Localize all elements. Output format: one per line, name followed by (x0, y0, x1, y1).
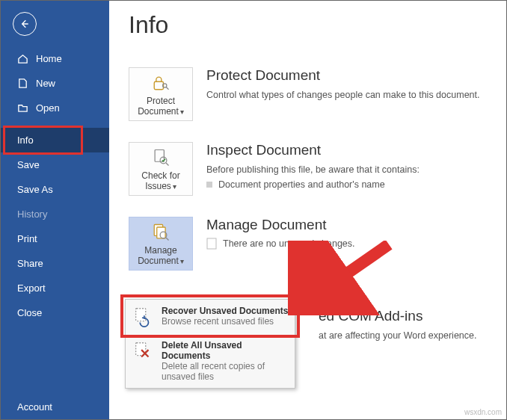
section-title: Protect Document (206, 67, 487, 84)
nav-label: Share (17, 258, 43, 269)
backstage-sidebar: Home New Open Info Save Save As History … (1, 1, 109, 419)
nav-label: Account (17, 401, 52, 413)
nav-export[interactable]: Export (1, 276, 109, 300)
nav-home[interactable]: Home (1, 46, 109, 71)
document-icon (206, 238, 217, 250)
section-manage: Manage Document Manage Document There ar… (129, 217, 487, 271)
manage-document-dropdown: Recover Unsaved Documents Browse recent … (125, 299, 295, 389)
lock-key-icon (150, 72, 171, 93)
section-title: Inspect Document (206, 142, 487, 158)
nav-label: Close (17, 307, 42, 318)
back-button[interactable] (13, 12, 37, 36)
nav-close[interactable]: Close (1, 300, 109, 325)
watermark: wsxdn.com (464, 408, 502, 416)
nav-new[interactable]: New (1, 71, 109, 96)
dropdown-item-sub: Delete all recent copies of unsaved file… (162, 361, 289, 382)
app-root: Home New Open Info Save Save As History … (1, 1, 506, 419)
check-for-issues-button[interactable]: Check for Issues (129, 142, 193, 196)
protect-document-button[interactable]: Protect Document (129, 67, 193, 121)
section-desc: Control what types of changes people can… (206, 88, 487, 102)
manage-document-button[interactable]: Manage Document (129, 217, 193, 271)
nav-label: Save (17, 159, 40, 170)
nav-save[interactable]: Save (1, 152, 109, 177)
nav-label: History (17, 209, 47, 220)
section-desc: at are affecting your Word experience. (319, 329, 487, 342)
page-title: Info (129, 11, 487, 39)
nav-label: Home (36, 53, 62, 64)
nav-print[interactable]: Print (1, 226, 109, 251)
open-icon (17, 102, 28, 114)
nav-label: Open (36, 102, 60, 114)
delete-all-unsaved-documents-item[interactable]: Delete All Unsaved Documents Delete all … (126, 334, 295, 388)
inspect-document-icon (150, 147, 171, 168)
section-title: Manage Document (206, 217, 487, 233)
home-icon (17, 53, 28, 64)
nav-label: Print (17, 233, 37, 244)
section-title: ed COM Add-ins (319, 308, 487, 324)
svg-rect-7 (207, 238, 216, 249)
dropdown-item-sub: Browse recent unsaved files (162, 316, 288, 327)
dropdown-item-title: Delete All Unsaved Documents (162, 340, 289, 361)
manage-document-icon (150, 222, 171, 243)
nav-label: Info (17, 135, 34, 146)
nav-info[interactable]: Info (1, 128, 109, 152)
nav-history: History (1, 202, 109, 226)
manage-status-row: There are no unsaved changes. (206, 238, 487, 250)
nav-open[interactable]: Open (1, 96, 109, 120)
svg-rect-8 (136, 309, 146, 321)
nav-label: New (36, 78, 55, 89)
nav-account[interactable]: Account (1, 395, 109, 419)
nav-share[interactable]: Share (1, 251, 109, 276)
delete-document-icon (132, 340, 154, 362)
svg-rect-2 (155, 149, 164, 161)
arrow-left-icon (19, 18, 31, 30)
nav-label: Export (17, 282, 46, 294)
section-desc: Before publishing this file, be aware th… (206, 163, 487, 176)
section-protect: Protect Document Protect Document Contro… (129, 67, 487, 121)
nav-label: Save As (17, 184, 53, 195)
recover-unsaved-documents-item[interactable]: Recover Unsaved Documents Browse recent … (126, 300, 295, 334)
bullet-icon (206, 182, 212, 188)
inspect-bullet: Document properties and author's name (206, 179, 487, 190)
nav-save-as[interactable]: Save As (1, 177, 109, 202)
section-inspect: Check for Issues Inspect Document Before… (129, 142, 487, 196)
svg-rect-0 (154, 81, 163, 90)
dropdown-item-title: Recover Unsaved Documents (162, 306, 288, 316)
new-icon (17, 78, 28, 89)
recover-document-icon (132, 306, 154, 328)
